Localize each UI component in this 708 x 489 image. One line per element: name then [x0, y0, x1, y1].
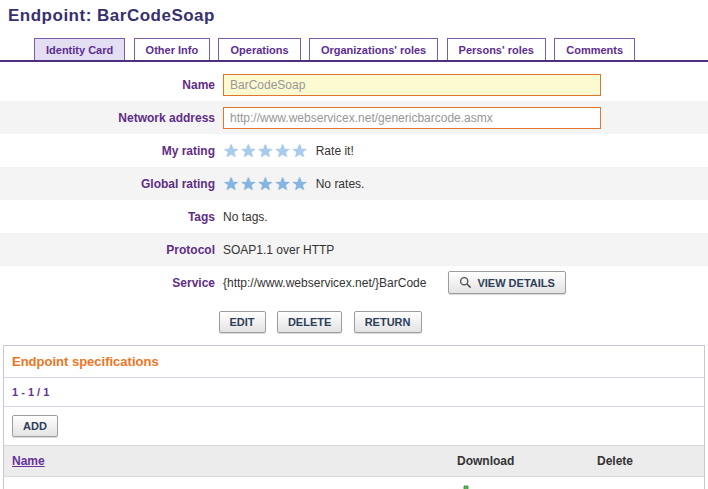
pagination-text: 1 - 1 / 1 [4, 378, 704, 407]
star-icon[interactable]: ★ [274, 141, 291, 161]
specifications-title: Endpoint specifications [4, 346, 704, 378]
view-details-label: VIEW DETAILS [477, 277, 554, 289]
tags-label: Tags [0, 210, 215, 224]
my-rating-label: My rating [0, 144, 215, 158]
view-details-button[interactable]: VIEW DETAILS [448, 271, 565, 294]
tab-organizations-roles[interactable]: Organizations' roles [309, 38, 438, 60]
return-button[interactable]: RETURN [354, 311, 422, 333]
table-header-row: Name Download Delete [4, 446, 704, 477]
global-rating-label: Global rating [0, 177, 215, 191]
star-icon: ★ [257, 174, 274, 194]
service-label: Service [0, 276, 215, 290]
protocol-row: Protocol SOAP1.1 over HTTP [0, 233, 708, 266]
protocol-value: SOAP1.1 over HTTP [215, 243, 334, 257]
star-icon[interactable]: ★ [223, 141, 240, 161]
global-rating-row: Global rating ★★★★★ No rates. [0, 167, 708, 200]
star-icon[interactable]: ★ [240, 141, 257, 161]
tab-other-info[interactable]: Other Info [134, 38, 211, 60]
download-column-header: Download [449, 446, 589, 477]
action-buttons: EDIT DELETE RETURN [0, 311, 640, 333]
sort-by-name-link[interactable]: Name [12, 454, 45, 468]
network-address-input[interactable] [223, 107, 601, 129]
delete-column-header: Delete [589, 446, 704, 477]
global-rating-stars: ★★★★★ [223, 175, 309, 193]
add-button[interactable]: ADD [12, 415, 58, 437]
tab-comments[interactable]: Comments [554, 38, 635, 60]
name-input[interactable] [223, 74, 601, 96]
service-row: Service {http://www.webservicex.net/}Bar… [0, 266, 708, 299]
star-icon: ★ [292, 174, 309, 194]
magnifier-icon [459, 276, 472, 289]
tags-row: Tags No tags. [0, 200, 708, 233]
my-rating-note: Rate it! [316, 144, 354, 158]
star-icon: ★ [240, 174, 257, 194]
tags-value: No tags. [215, 210, 268, 224]
star-icon: ★ [274, 174, 291, 194]
delete-button[interactable]: DELETE [277, 311, 342, 333]
spec-name-cell: {http://www.webservicex.net/}Undefined [4, 477, 449, 489]
tab-persons-roles[interactable]: Persons' roles [447, 38, 546, 60]
network-address-label: Network address [0, 111, 215, 125]
my-rating-stars[interactable]: ★★★★★ [223, 142, 309, 160]
table-row: {http://www.webservicex.net/}Undefined -… [4, 477, 704, 489]
download-package-icon[interactable] [457, 485, 475, 489]
network-address-row: Network address [0, 101, 708, 134]
service-value: {http://www.webservicex.net/}BarCode [223, 276, 426, 290]
tab-operations[interactable]: Operations [218, 38, 300, 60]
tab-bar: Identity Card Other Info Operations Orga… [0, 38, 708, 62]
name-label: Name [0, 78, 215, 92]
specifications-table: Name Download Delete {http://www.webserv… [4, 445, 704, 489]
name-row: Name [0, 68, 708, 101]
endpoint-specifications-panel: Endpoint specifications 1 - 1 / 1 ADD Na… [3, 345, 705, 489]
global-rating-note: No rates. [316, 177, 365, 191]
star-icon[interactable]: ★ [257, 141, 274, 161]
identity-card-form: Name Network address My rating ★★★★★ Rat… [0, 68, 708, 299]
star-icon[interactable]: ★ [292, 141, 309, 161]
protocol-label: Protocol [0, 243, 215, 257]
edit-button[interactable]: EDIT [219, 311, 266, 333]
star-icon: ★ [223, 174, 240, 194]
my-rating-row: My rating ★★★★★ Rate it! [0, 134, 708, 167]
tab-identity-card[interactable]: Identity Card [34, 38, 125, 60]
page-title: Endpoint: BarCodeSoap [0, 0, 708, 26]
